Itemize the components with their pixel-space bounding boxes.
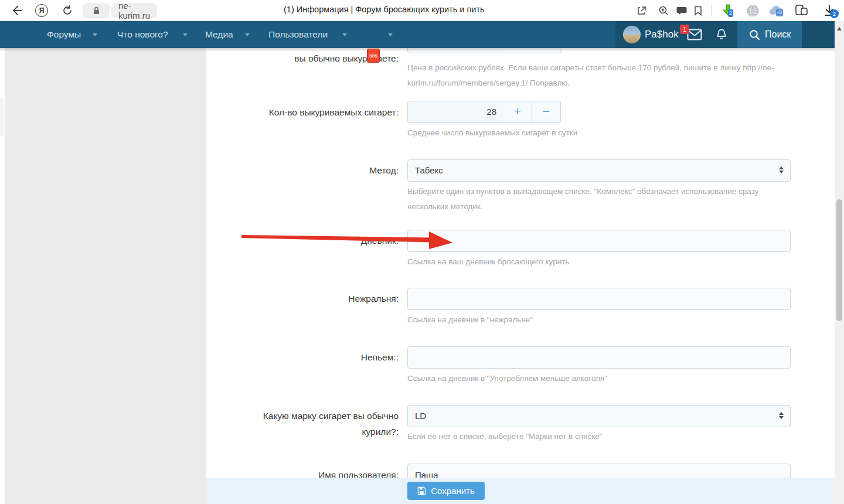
zoom-page-icon[interactable] [655,0,672,21]
count-label: Кол-во выкуриваемых сигарет: [246,104,399,120]
diary-input[interactable] [407,230,791,252]
save-button-label: Сохранить [431,486,475,496]
select-arrows-icon [779,412,784,419]
nav-item-media[interactable]: Медиа [205,21,233,48]
diary-helper: Ссылка на ваш дневник бросающего курить [407,254,795,270]
avatar[interactable] [623,26,641,43]
chevron-down-icon[interactable] [342,33,347,36]
nepyem-helper: Ссылка на дневник в "Употребляем меньше … [407,371,795,386]
diary-label: Дневник: [246,233,399,248]
brand-select-value: LD [415,411,426,421]
nezhralnya-label: Нежральня: [246,291,399,307]
extension-badge: 2 [728,9,733,17]
nav-item-label: Что нового? [117,29,168,40]
chat-icon[interactable] [673,0,690,21]
count-input[interactable]: 28 [407,101,504,123]
search-label: Поиск [765,29,791,40]
bell-icon [715,28,728,42]
url-text: ne-kurim.ru [111,1,157,21]
nav-item-label: Медиа [205,29,233,40]
cloud-badge: -3 [776,9,783,16]
save-bar [206,478,835,504]
inbox-badge: 1 [680,25,689,34]
extensions-icon[interactable] [792,0,811,21]
video-download-extension-icon[interactable]: 2 [719,0,737,21]
lock-icon [92,6,101,15]
chevron-down-icon[interactable] [245,33,250,36]
username-link[interactable]: Pa$hok [645,21,679,48]
cloud-extension-icon[interactable]: -3 [763,0,789,21]
search-icon [749,29,760,40]
site-security-pill[interactable] [83,3,110,18]
price-input-cutoff[interactable] [407,48,504,53]
reload-icon[interactable] [59,0,76,21]
screen: Я ne-kurim.ru (1) Информация | Форум бро… [0,0,844,504]
method-select[interactable]: Табекс [407,159,791,182]
nav-item-whats-new[interactable]: Что нового? [117,21,168,48]
back-icon[interactable] [7,0,25,21]
search-button[interactable]: Поиск [737,21,802,48]
nepyem-label: Непьем:: [246,349,399,365]
price-plus-button-cutoff[interactable] [503,48,533,53]
method-helper: Выберите один из пунктов в выпадающем сп… [407,184,787,214]
downloads-icon[interactable]: 2 [819,0,839,21]
username-label: Pa$hok [645,29,679,40]
nepyem-input[interactable] [407,346,791,369]
nezhralnya-input[interactable] [407,288,791,310]
yandex-browser-icon[interactable]: Я [33,0,50,21]
globe-extension-icon[interactable] [743,0,762,21]
scrollbar-up-button[interactable] [835,23,844,34]
nav-item-label: Пользователи [268,29,328,40]
browser-toolbar: Я ne-kurim.ru (1) Информация | Форум бро… [0,0,844,21]
bookmark-icon[interactable] [691,0,705,21]
toolbar-divider [711,5,712,16]
share-icon[interactable] [633,0,649,21]
nav-item-forums[interactable]: Форумы [47,21,81,48]
scrollbar-thumb[interactable] [836,199,842,321]
method-select-value: Табекс [415,165,443,175]
brand-label: Какую марку сигарет вы обычно курили?: [246,408,399,440]
chevron-down-icon[interactable] [93,33,97,36]
nav-item-sos[interactable]: SOS [367,49,380,63]
browser-sidebar-handle[interactable] [0,98,4,136]
tab-title: (1) Информация | Форум бросающих курить … [284,5,485,14]
nav-item-label: Форумы [47,29,81,40]
nav-item-users[interactable]: Пользователи [268,21,328,48]
method-label: Метод: [246,162,399,178]
count-plus-button[interactable]: + [503,101,532,123]
save-button[interactable]: Сохранить [407,482,485,500]
price-helper: Цена в российских рублях. Если ваши сига… [407,60,795,91]
sos-icon: SOS [369,54,377,58]
nezhralnya-helper: Ссылка на дневник в "нежральне" [407,312,795,328]
count-helper: Среднее число выкуриваемых сигарет в сут… [407,125,795,141]
floppy-disk-icon [417,486,426,495]
scrollbar[interactable] [835,21,844,504]
downloads-badge: 2 [830,9,839,18]
forum-navbar: Форумы Что нового? Медиа Пользователи SO… [0,21,835,48]
page-background [5,48,206,504]
alerts-button[interactable] [715,28,728,42]
count-minus-button[interactable]: − [532,101,561,123]
brand-helper: Если ее нет в списке, выберете "Марки не… [407,429,795,444]
scroll-up-icon [837,27,842,30]
price-minus-button-cutoff[interactable] [532,48,561,53]
chevron-down-icon[interactable] [183,33,188,36]
select-arrows-icon [779,166,784,173]
address-bar[interactable]: ne-kurim.ru [111,3,157,18]
brand-select[interactable]: LD [407,405,791,427]
chevron-down-icon[interactable] [388,33,393,36]
